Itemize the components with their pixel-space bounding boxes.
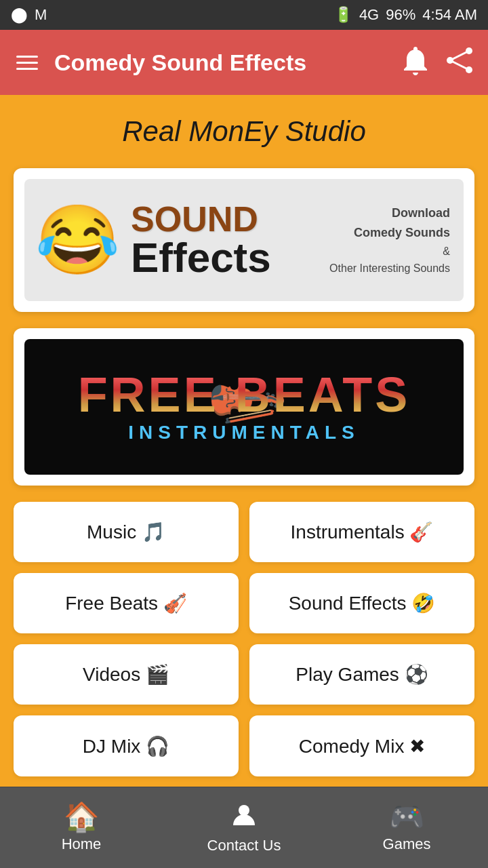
svg-point-5 <box>239 805 249 816</box>
studio-name: Real MonEy Studio <box>14 115 474 148</box>
svg-line-3 <box>450 51 469 60</box>
download-label: Download <box>329 203 450 223</box>
comedy-sounds-label: Comedy Sounds <box>329 222 450 242</box>
laughing-emoji: 😂 <box>24 193 131 287</box>
ampersand: & <box>329 242 450 260</box>
nav-contact[interactable]: Contact Us <box>163 801 325 854</box>
time-display: 4:54 AM <box>422 6 477 24</box>
nav-home[interactable]: 🏠 Home <box>0 803 163 853</box>
status-bar: ⬤ M 🔋 4G 96% 4:54 AM <box>0 0 488 30</box>
hamburger-line-3 <box>16 68 38 70</box>
play-games-button-label: Play Games ⚽ <box>296 664 428 685</box>
hamburger-line-2 <box>16 62 38 64</box>
app-bar-left: Comedy Sound Effects <box>14 50 306 76</box>
partial-row: DJ Mix 🎧 Comedy Mix ✖ <box>14 715 474 776</box>
instrumentals-button-label: Instrumentals 🎸 <box>291 521 434 542</box>
instrumentals-text: INSTRUMENTALS <box>128 422 359 443</box>
banner-side-text: Download Comedy Sounds & Other Interesti… <box>329 203 450 277</box>
comedy-mix-button[interactable]: Comedy Mix ✖ <box>249 715 474 776</box>
bottom-nav: 🏠 Home Contact Us 🎮 Games <box>0 787 488 868</box>
music-button-label: Music 🎵 <box>87 521 165 542</box>
sound-effects-banner: 😂 SOUND Effects Download Comedy Sounds &… <box>24 179 464 301</box>
videos-button-label: Videos 🎬 <box>83 664 169 685</box>
app-title: Comedy Sound Effects <box>54 50 306 76</box>
battery-percent: 96% <box>386 6 415 24</box>
main-content: Real MonEy Studio 😂 SOUND Effects Downlo… <box>0 95 488 800</box>
status-right: 🔋 4G 96% 4:54 AM <box>334 6 477 24</box>
share-button[interactable] <box>445 45 474 79</box>
status-left: ⬤ M <box>11 6 47 24</box>
free-beats-card[interactable]: 🎻 FREE BEATS INSTRUMENTALS <box>14 328 474 486</box>
comedy-mix-label: Comedy Mix ✖ <box>299 736 425 757</box>
games-label: Games <box>383 835 431 853</box>
sound-effects-button[interactable]: Sound Effects 🤣 <box>249 573 474 633</box>
play-games-button[interactable]: Play Games ⚽ <box>249 644 474 705</box>
menu-button[interactable] <box>14 53 41 73</box>
home-label: Home <box>62 835 102 853</box>
free-beats-banner: 🎻 FREE BEATS INSTRUMENTALS <box>24 339 464 475</box>
svg-line-4 <box>450 60 469 70</box>
record-icon: ⬤ <box>11 6 28 24</box>
music-button[interactable]: Music 🎵 <box>14 502 239 562</box>
app-bar: Comedy Sound Effects <box>0 30 488 95</box>
main-grid-buttons: Music 🎵 Instrumentals 🎸 Free Beats 🎻 Sou… <box>14 502 474 705</box>
battery-icon: 🔋 <box>334 6 352 24</box>
app-bar-icons <box>403 45 474 79</box>
dj-mix-label: DJ Mix 🎧 <box>83 736 169 757</box>
sound-effects-button-label: Sound Effects 🤣 <box>289 593 436 614</box>
free-beats-text: FREE BEATS <box>78 370 411 419</box>
videos-button[interactable]: Videos 🎬 <box>14 644 239 705</box>
dj-mix-button[interactable]: DJ Mix 🎧 <box>14 715 239 776</box>
email-icon: M <box>35 6 47 24</box>
games-icon: 🎮 <box>389 803 424 831</box>
other-sounds-label: Other Interesting Sounds <box>329 260 450 277</box>
free-beats-button-label: Free Beats 🎻 <box>65 593 187 614</box>
free-beats-button[interactable]: Free Beats 🎻 <box>14 573 239 633</box>
hamburger-line-1 <box>16 56 38 58</box>
contact-label: Contact Us <box>207 837 281 854</box>
instrumentals-button[interactable]: Instrumentals 🎸 <box>249 502 474 562</box>
signal-strength: 4G <box>359 6 379 24</box>
nav-games[interactable]: 🎮 Games <box>325 803 488 853</box>
contact-icon <box>230 801 258 833</box>
notification-button[interactable] <box>403 45 428 79</box>
home-icon: 🏠 <box>64 803 99 831</box>
sound-effects-card[interactable]: 😂 SOUND Effects Download Comedy Sounds &… <box>14 168 474 312</box>
